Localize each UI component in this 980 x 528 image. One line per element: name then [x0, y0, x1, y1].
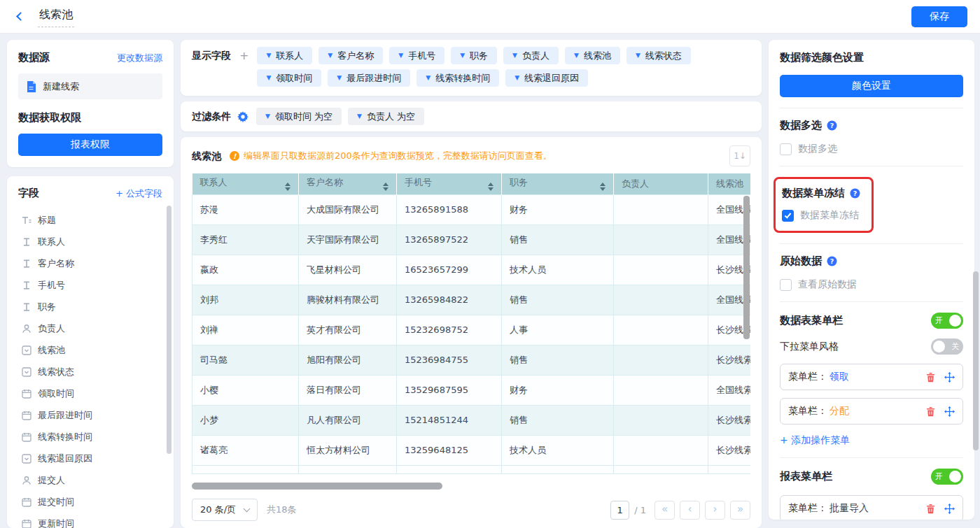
- report-menu-toggle[interactable]: 开: [931, 469, 963, 485]
- move-icon[interactable]: [944, 504, 955, 514]
- table-cell: [614, 255, 708, 285]
- page-input[interactable]: 1: [610, 501, 629, 520]
- field-item[interactable]: 线索退回原因: [18, 448, 162, 469]
- field-item[interactable]: 线索状态: [18, 361, 162, 383]
- preview-warning: ! 编辑界面只取数据源前200条作为查询数据预览，完整数据请访问页面查看。: [230, 150, 721, 162]
- table-column-header[interactable]: 线索池: [708, 173, 751, 194]
- sort-icon[interactable]: [600, 183, 606, 191]
- table-column-header[interactable]: 职务: [502, 173, 614, 194]
- display-field-chip[interactable]: ▼负责人: [503, 47, 559, 64]
- help-icon[interactable]: ?: [827, 256, 837, 266]
- filter-settings-icon[interactable]: [237, 111, 248, 122]
- field-item[interactable]: 提交时间: [18, 491, 162, 513]
- dropdown-style-toggle[interactable]: 关: [931, 338, 963, 355]
- sort-icon[interactable]: [285, 183, 290, 191]
- help-icon[interactable]: ?: [850, 188, 860, 199]
- display-field-chip[interactable]: ▼手机号: [389, 47, 444, 64]
- field-item[interactable]: 更新时间: [18, 513, 162, 528]
- move-icon[interactable]: [944, 372, 955, 383]
- field-label: 标题: [38, 214, 56, 227]
- add-action-menu-link[interactable]: + 添加操作菜单: [780, 434, 850, 447]
- table-menu-title: 数据表菜单栏: [780, 314, 843, 327]
- table-horizontal-scrollbar[interactable]: [192, 483, 442, 490]
- filter-chip[interactable]: ▼领取时间 为空: [256, 108, 342, 125]
- sort-icon[interactable]: [383, 183, 388, 191]
- table-cell: 全国线索池: [708, 375, 751, 405]
- field-item[interactable]: 提交人: [18, 469, 162, 491]
- date-field-icon: [22, 411, 31, 420]
- prev-page-button[interactable]: ‹: [680, 501, 700, 520]
- table-column-header[interactable]: 客户名称: [299, 173, 397, 194]
- add-display-field-button[interactable]: +: [239, 47, 248, 64]
- next-page-button[interactable]: ›: [705, 501, 725, 520]
- page-scrollbar[interactable]: [973, 271, 979, 450]
- divider: [780, 243, 963, 244]
- table-title: 线索池: [192, 148, 221, 165]
- field-item[interactable]: 标题: [18, 209, 162, 231]
- caret-down-icon: ▼: [265, 113, 270, 120]
- field-item[interactable]: 客户名称: [18, 252, 162, 274]
- first-page-button[interactable]: «: [654, 501, 675, 520]
- field-item[interactable]: 领取时间: [18, 383, 162, 404]
- display-field-chip[interactable]: ▼联系人: [257, 47, 312, 64]
- app-root: 线索池 保存 数据源 更改数据源 新建线索 数据获取权限 报表权限: [0, 0, 980, 528]
- help-icon[interactable]: ?: [827, 120, 837, 131]
- display-field-chip[interactable]: ▼线索转换时间: [416, 69, 499, 87]
- display-field-chip[interactable]: ▼线索池: [565, 47, 620, 64]
- delete-icon[interactable]: [925, 504, 936, 514]
- move-icon[interactable]: [944, 406, 955, 417]
- table-cell: 销售: [502, 285, 614, 315]
- display-fields-card: 显示字段 + ▼联系人▼客户名称▼手机号▼职务▼负责人▼线索池▼线索状态▼领取时…: [181, 40, 762, 96]
- field-item[interactable]: 负责人: [18, 317, 162, 339]
- raw-data-checkbox[interactable]: [780, 279, 792, 291]
- change-datasource-link[interactable]: 更改数据源: [117, 52, 162, 64]
- table-column-header[interactable]: 手机号: [397, 173, 502, 194]
- filter-chip-label: 领取时间 为空: [275, 110, 332, 123]
- toggle-knob: [949, 315, 961, 327]
- display-field-chip[interactable]: ▼线索退回原因: [505, 69, 588, 87]
- field-item[interactable]: 线索转换时间: [18, 426, 162, 448]
- sort-icon[interactable]: [488, 183, 493, 191]
- filter-chip[interactable]: ▼负责人 为空: [348, 108, 424, 125]
- display-field-chip[interactable]: ▼最后跟进时间: [328, 69, 410, 87]
- field-item[interactable]: 最后跟进时间: [18, 404, 162, 426]
- multi-select-checkbox[interactable]: [780, 143, 792, 155]
- delete-icon[interactable]: [925, 372, 936, 383]
- page-size-select[interactable]: 20 条/页: [192, 499, 258, 521]
- datasource-item[interactable]: 新建线索: [18, 73, 162, 99]
- color-settings-button[interactable]: 颜色设置: [780, 75, 963, 97]
- chip-label: 联系人: [276, 50, 303, 62]
- right-sidebar: 数据筛选颜色设置 颜色设置 数据多选 ? 数据多选 数据: [769, 40, 974, 528]
- table-menu-toggle[interactable]: 开: [931, 313, 963, 329]
- report-permission-button[interactable]: 报表权限: [18, 134, 162, 156]
- save-button[interactable]: 保存: [911, 6, 967, 27]
- add-formula-field-link[interactable]: + 公式字段: [115, 187, 162, 200]
- sort-order-button[interactable]: 1↓: [729, 145, 750, 166]
- field-item[interactable]: 职务: [18, 296, 162, 317]
- display-field-chip[interactable]: ▼职务: [451, 47, 497, 64]
- field-label: 提交人: [38, 474, 65, 487]
- table-vertical-scrollbar[interactable]: [743, 196, 750, 339]
- delete-icon[interactable]: [925, 406, 936, 417]
- title-field-icon: [22, 215, 31, 225]
- menu-freeze-checkbox[interactable]: [782, 210, 794, 222]
- table-cell: 诸葛亮: [192, 435, 299, 465]
- table-column-header[interactable]: 联系人: [192, 173, 299, 194]
- display-field-chip[interactable]: ▼线索状态: [626, 47, 691, 64]
- field-item[interactable]: 线索池: [18, 339, 162, 361]
- menu-freeze-title: 数据菜单冻结: [782, 187, 845, 200]
- last-page-button[interactable]: »: [730, 501, 750, 520]
- display-field-chip[interactable]: ▼领取时间: [257, 69, 321, 87]
- table-cell: 旭阳有限公司: [299, 345, 397, 375]
- multi-select-title: 数据多选: [780, 119, 822, 132]
- back-button[interactable]: [13, 9, 28, 24]
- display-field-chip[interactable]: ▼客户名称: [318, 47, 383, 64]
- sort-desc-icon: [600, 187, 606, 191]
- warning-icon: !: [230, 151, 239, 161]
- field-item[interactable]: 手机号: [18, 274, 162, 296]
- fields-scrollbar[interactable]: [167, 206, 172, 454]
- field-item[interactable]: 联系人: [18, 231, 162, 252]
- date-field-icon: [22, 432, 31, 442]
- table-column-header[interactable]: 负责人: [614, 173, 708, 194]
- table-cell: 财务: [502, 375, 614, 405]
